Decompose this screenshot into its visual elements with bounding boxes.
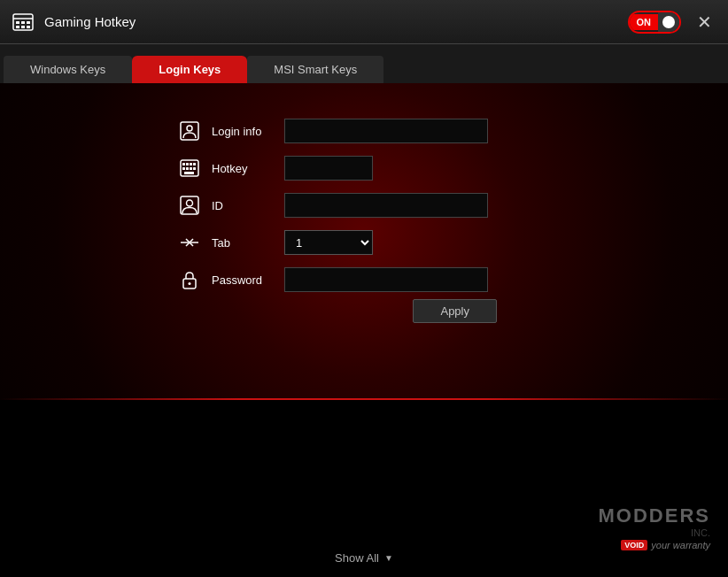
svg-rect-14: [193, 163, 196, 165]
close-button[interactable]: ✕: [692, 12, 717, 33]
password-row: Password: [178, 267, 550, 292]
login-info-row: Login info: [178, 119, 550, 143]
svg-rect-16: [186, 167, 189, 170]
svg-point-25: [189, 282, 191, 285]
app-title: Gaming Hotkey: [44, 14, 136, 29]
title-bar-right: ON ✕: [628, 11, 718, 34]
hotkey-icon: [178, 157, 201, 180]
login-info-icon: [178, 119, 201, 142]
void-badge: VOID: [621, 540, 647, 550]
title-bar: Gaming Hotkey ON ✕: [0, 0, 728, 44]
lower-section: MODDERS INC. VOID your warranty Show All…: [0, 400, 728, 577]
svg-rect-18: [193, 167, 196, 170]
tab-msi-smart-keys[interactable]: MSI Smart Keys: [247, 56, 383, 83]
svg-rect-3: [21, 21, 25, 24]
on-off-toggle[interactable]: ON: [628, 11, 682, 34]
svg-rect-12: [186, 163, 189, 165]
watermark-inc: INC.: [691, 527, 710, 538]
tab-windows-keys[interactable]: Windows Keys: [4, 56, 132, 83]
toggle-on-label: ON: [630, 14, 659, 30]
app-icon: [11, 10, 35, 35]
watermark-void: VOID your warranty: [621, 540, 710, 550]
svg-rect-2: [16, 21, 19, 24]
hotkey-label: Hotkey: [212, 162, 274, 175]
hotkey-input[interactable]: [284, 156, 373, 181]
id-label: ID: [212, 199, 274, 212]
tab-label: Tab: [212, 236, 274, 250]
main-content: Login info: [0, 83, 728, 577]
toggle-handle: [658, 12, 679, 32]
tab-select[interactable]: 1 2 3 4 5: [284, 230, 373, 255]
tab-icon: [178, 231, 201, 254]
login-info-label: Login info: [212, 125, 274, 138]
tab-login-keys[interactable]: Login Keys: [132, 56, 247, 83]
show-all-label: Show All: [335, 551, 379, 565]
password-icon: [178, 268, 201, 291]
toggle-circle: [662, 16, 675, 28]
password-input[interactable]: [284, 267, 488, 292]
title-bar-left: Gaming Hotkey: [11, 10, 136, 35]
apply-button[interactable]: Apply: [413, 299, 497, 323]
form-container: Login info: [178, 119, 550, 292]
svg-rect-19: [184, 172, 194, 174]
id-input[interactable]: [284, 193, 488, 218]
id-icon: [178, 194, 201, 217]
svg-rect-15: [182, 167, 185, 170]
apply-row: Apply: [178, 292, 550, 334]
tabs-bar: Windows Keys Login Keys MSI Smart Keys: [0, 44, 728, 83]
hotkey-row: Hotkey: [178, 156, 550, 181]
password-label: Password: [212, 273, 274, 287]
void-text: your warranty: [651, 540, 710, 550]
id-row: ID: [178, 193, 550, 218]
svg-rect-7: [27, 26, 30, 28]
svg-rect-4: [27, 21, 30, 24]
login-info-input[interactable]: [284, 119, 488, 143]
svg-point-21: [187, 200, 193, 206]
watermark: MODDERS INC. VOID your warranty: [599, 504, 710, 550]
watermark-modders: MODDERS: [599, 504, 710, 527]
svg-rect-6: [21, 26, 25, 28]
svg-rect-17: [190, 167, 192, 170]
svg-rect-11: [182, 163, 185, 165]
upper-section: Login info: [0, 83, 728, 398]
show-all-row[interactable]: Show All ▼: [335, 551, 393, 565]
show-all-arrow-icon: ▼: [384, 553, 393, 563]
svg-point-9: [187, 126, 192, 131]
tab-row: Tab 1 2 3 4 5: [178, 230, 550, 255]
svg-rect-5: [16, 26, 19, 28]
svg-rect-13: [190, 163, 192, 165]
